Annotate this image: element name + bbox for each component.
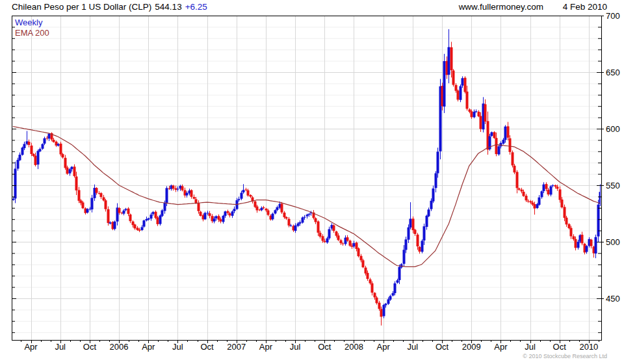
svg-text:Apr: Apr <box>494 342 508 352</box>
chart-legend: Weekly EMA 200 <box>15 18 49 38</box>
svg-text:Jul: Jul <box>408 342 419 352</box>
svg-text:Apr: Apr <box>142 342 155 352</box>
svg-text:700: 700 <box>606 11 620 21</box>
svg-text:2008: 2008 <box>344 342 363 352</box>
x-axis-labels: AprJulOct2006AprJulOct2007AprJulOct2008A… <box>24 342 598 352</box>
svg-text:500: 500 <box>606 237 620 247</box>
svg-text:450: 450 <box>606 294 620 304</box>
svg-text:Oct: Oct <box>200 342 214 352</box>
svg-text:Jul: Jul <box>290 342 301 352</box>
svg-text:Oct: Oct <box>318 342 332 352</box>
svg-text:Oct: Oct <box>436 342 449 352</box>
price-chart-svg: 450500550600650700AprJulOct2006AprJulOct… <box>0 0 637 364</box>
chart-page: Chilean Peso per 1 US Dollar (CLP)544.13… <box>0 0 637 364</box>
svg-text:550: 550 <box>606 181 620 190</box>
copyright-text: © 2010 Stockcube Research Ltd <box>523 353 607 359</box>
legend-ema-label: EMA 200 <box>15 28 49 38</box>
svg-text:2010: 2010 <box>579 342 598 352</box>
svg-text:2009: 2009 <box>462 342 481 352</box>
legend-weekly-label: Weekly <box>15 18 49 28</box>
axis-ticks <box>12 16 604 344</box>
svg-text:Jul: Jul <box>172 342 183 352</box>
y-axis-labels: 450500550600650700 <box>606 11 620 304</box>
svg-text:Oct: Oct <box>553 342 567 352</box>
svg-text:Apr: Apr <box>24 342 38 352</box>
plot-border <box>12 16 602 341</box>
svg-text:Jul: Jul <box>525 342 536 352</box>
svg-text:Apr: Apr <box>377 342 391 352</box>
svg-text:2006: 2006 <box>110 342 129 352</box>
svg-text:2007: 2007 <box>227 342 246 352</box>
gridlines <box>12 16 601 340</box>
svg-text:Apr: Apr <box>259 342 273 352</box>
svg-text:Oct: Oct <box>83 342 97 352</box>
candles-group <box>12 29 602 326</box>
svg-text:600: 600 <box>606 124 620 134</box>
svg-text:650: 650 <box>606 68 620 77</box>
svg-text:Jul: Jul <box>55 342 66 352</box>
